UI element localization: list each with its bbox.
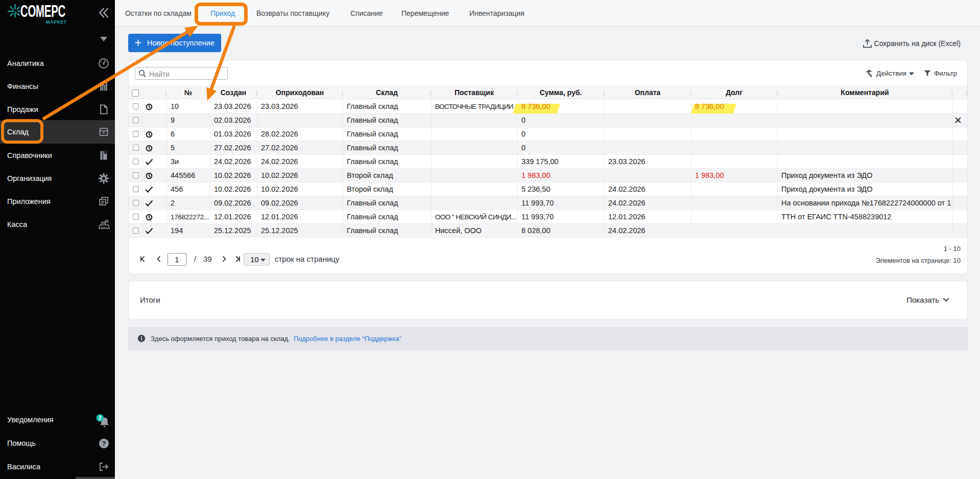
svg-text:2: 2 [99, 415, 102, 421]
svg-text:?: ? [102, 440, 106, 447]
